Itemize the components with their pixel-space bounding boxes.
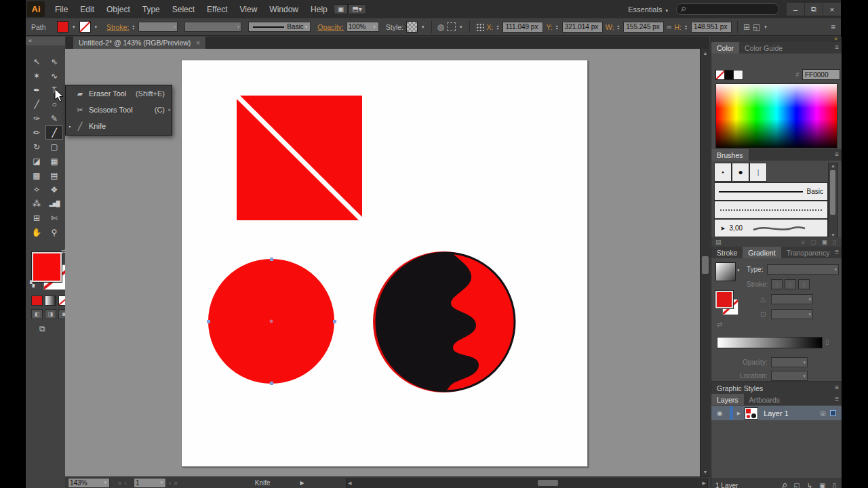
- visibility-eye-icon[interactable]: ◉: [717, 409, 723, 417]
- default-fill-stroke-icon[interactable]: ▚: [30, 281, 35, 287]
- style-swatch[interactable]: [406, 21, 418, 33]
- status-menu-arrow-icon[interactable]: ▶: [300, 480, 304, 486]
- hand-tool-icon[interactable]: ✋: [28, 225, 45, 239]
- tab-stroke[interactable]: Stroke: [711, 247, 743, 258]
- shear-icon[interactable]: ◱: [753, 22, 760, 32]
- menu-object[interactable]: Object: [100, 5, 136, 14]
- fill-proxy-swatch[interactable]: [32, 252, 62, 282]
- horizontal-scroll-thumb[interactable]: [538, 480, 558, 486]
- artboard-number-field[interactable]: 1▾: [134, 478, 166, 488]
- x-stepper[interactable]: ▲▼: [496, 24, 499, 30]
- horizontal-scrollbar[interactable]: ◀ ▶: [346, 479, 708, 488]
- stroke-weight-stepper[interactable]: ▲▼: [132, 24, 135, 30]
- white-swatch[interactable]: [733, 70, 743, 80]
- chevron-down-icon[interactable]: ▾: [763, 24, 768, 30]
- target-icon[interactable]: ◎: [820, 409, 826, 417]
- brushes-scrollbar[interactable]: ▲ ▼: [828, 163, 838, 238]
- brush-row-basic[interactable]: Basic: [714, 182, 828, 201]
- w-stepper[interactable]: ▲▼: [616, 24, 620, 30]
- perspective-grid-tool-icon[interactable]: ▦: [45, 154, 63, 168]
- new-brush-icon[interactable]: ▣: [822, 239, 828, 245]
- scroll-up-icon[interactable]: ▲: [829, 163, 837, 168]
- mesh-tool-icon[interactable]: ▩: [28, 168, 45, 182]
- pencil-tool-icon[interactable]: ✎: [45, 111, 63, 125]
- scroll-down-icon[interactable]: ▼: [829, 232, 837, 237]
- brush-swatch-line[interactable]: |: [749, 163, 767, 182]
- angle-dropdown[interactable]: ▾: [771, 294, 813, 304]
- gradient-type-dropdown[interactable]: ▾: [767, 264, 839, 274]
- draw-behind-mode-button[interactable]: ◨: [45, 309, 56, 319]
- panel-menu-icon[interactable]: ≡: [835, 248, 839, 256]
- collapse-panels-icon[interactable]: »: [834, 35, 837, 42]
- delete-layer-icon[interactable]: ▯: [832, 482, 836, 488]
- menu-help[interactable]: Help: [304, 5, 334, 14]
- blob-brush-tool-icon[interactable]: ✏: [28, 125, 45, 140]
- symbol-sprayer-tool-icon[interactable]: ⁂: [28, 197, 45, 211]
- restore-button[interactable]: ⧉: [805, 3, 823, 16]
- brush-options-icon[interactable]: ▢: [810, 239, 816, 245]
- workspace-switcher[interactable]: Essentials ▾: [628, 5, 669, 14]
- h-stepper[interactable]: ▲▼: [684, 24, 688, 30]
- cut-square[interactable]: [236, 95, 363, 222]
- aspect-ratio-dropdown[interactable]: ▾: [771, 309, 813, 319]
- width-profile-dropdown[interactable]: ▾: [184, 22, 241, 32]
- last-artboard-icon[interactable]: »: [174, 479, 178, 487]
- line-tool-icon[interactable]: ╱: [28, 97, 45, 111]
- gradient-opacity-dropdown[interactable]: ▾: [771, 357, 808, 367]
- scroll-down-icon[interactable]: ▼: [701, 470, 710, 474]
- draw-normal-mode-button[interactable]: ◧: [31, 309, 43, 319]
- w-field[interactable]: 155.245 px: [623, 22, 664, 33]
- paintbrush-tool-icon[interactable]: ✑: [28, 111, 45, 125]
- document-tab[interactable]: Untitled-2* @ 143% (RGB/Preview) ×: [73, 37, 206, 49]
- rotate-tool-icon[interactable]: ↻: [28, 140, 45, 154]
- close-button[interactable]: ×: [823, 3, 841, 16]
- panel-menu-icon[interactable]: ≡: [835, 384, 839, 391]
- x-field[interactable]: 111.049 px: [502, 22, 543, 33]
- delete-stop-icon[interactable]: ▯: [825, 338, 829, 346]
- reverse-gradient-icon[interactable]: ⇄: [717, 321, 722, 328]
- h-field[interactable]: 148.951 px: [691, 22, 732, 33]
- stroke-gradient-across-button[interactable]: ▯: [798, 279, 810, 289]
- chevron-down-icon[interactable]: ▾: [736, 268, 741, 273]
- selection-tool-icon[interactable]: ↖: [28, 54, 45, 68]
- brush-row-width-profile[interactable]: ➤ 3,00: [714, 219, 828, 237]
- menu-edit[interactable]: Edit: [74, 5, 100, 14]
- flyout-item-knife[interactable]: • ╱ Knife: [66, 118, 172, 134]
- brush-swatch-small-dot[interactable]: ●: [714, 163, 732, 182]
- tab-transparency[interactable]: Transparency: [781, 247, 835, 258]
- tab-artboards[interactable]: Artboards: [744, 394, 786, 405]
- brush-swatch-large-dot[interactable]: ●: [732, 163, 749, 182]
- transform-icon[interactable]: ⊞: [743, 22, 750, 32]
- blend-tool-icon[interactable]: ❖: [45, 182, 63, 197]
- color-button[interactable]: [31, 296, 43, 306]
- tab-color-guide[interactable]: Color Guide: [739, 42, 788, 54]
- y-stepper[interactable]: ▲▼: [555, 24, 559, 30]
- artboard[interactable]: [181, 60, 588, 467]
- recolor-artwork-icon[interactable]: ◍: [437, 22, 444, 32]
- gradient-fill-proxy[interactable]: [715, 291, 733, 308]
- constrain-proportions-icon[interactable]: ∞: [667, 23, 671, 30]
- brush-row-charcoal[interactable]: [714, 201, 828, 219]
- select-similar-icon[interactable]: [447, 22, 456, 31]
- stroke-gradient-along-button[interactable]: ▯: [785, 279, 796, 289]
- menu-type[interactable]: Type: [136, 5, 166, 14]
- hex-value-field[interactable]: FF0000: [802, 69, 840, 80]
- gradient-location-dropdown[interactable]: ▾: [771, 371, 808, 381]
- zoom-level-dropdown[interactable]: 143%▾: [68, 478, 110, 488]
- tab-gradient[interactable]: Gradient: [743, 247, 781, 258]
- lasso-tool-icon[interactable]: ∿: [45, 68, 63, 83]
- chevron-down-icon[interactable]: ▾: [94, 24, 99, 30]
- bridge-button[interactable]: ▣: [334, 4, 348, 14]
- close-tab-icon[interactable]: ×: [196, 39, 200, 47]
- knife-tool-icon[interactable]: ╱: [45, 125, 63, 140]
- search-input[interactable]: ⚲: [676, 3, 779, 15]
- prev-artboard-icon[interactable]: ‹: [125, 479, 127, 487]
- brush-libraries-icon[interactable]: ▤: [715, 239, 722, 245]
- stroke-color-swatch[interactable]: [79, 21, 91, 33]
- gradient-thumbnail[interactable]: [715, 262, 736, 281]
- shape-builder-tool-icon[interactable]: ◪: [28, 154, 45, 168]
- tearoff-arrow-icon[interactable]: ▸: [168, 107, 171, 113]
- y-field[interactable]: 321.014 px: [562, 22, 603, 33]
- gradient-tool-icon[interactable]: ▤: [45, 168, 63, 182]
- scroll-up-icon[interactable]: ▲: [701, 51, 710, 56]
